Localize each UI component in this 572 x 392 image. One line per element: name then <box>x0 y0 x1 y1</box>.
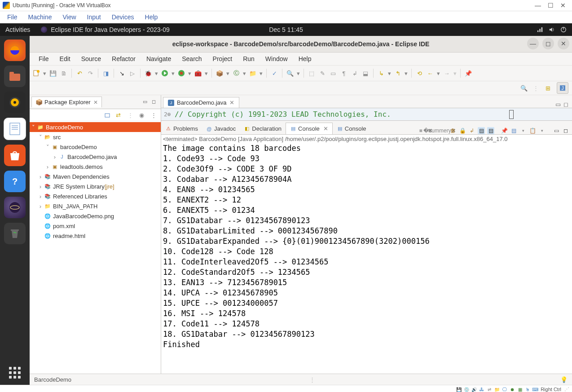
pin-button[interactable]: 📌 <box>464 69 472 77</box>
tree-jre[interactable]: ›📚JRE System Library [jre] <box>30 181 161 191</box>
save-button[interactable]: 💾 <box>49 69 57 77</box>
tree-png[interactable]: 🌐JavaBarcodeDemo.png <box>30 211 161 221</box>
run-button[interactable] <box>161 69 169 77</box>
close-editor-icon[interactable]: ✕ <box>229 99 234 106</box>
tree-bin[interactable]: ›📁BIN_JAVA_PATH <box>30 201 161 211</box>
link-editor-icon[interactable]: ⇄ <box>116 112 122 118</box>
vbox-display-icon[interactable]: 🖵 <box>502 386 508 392</box>
dock-files[interactable] <box>4 66 26 87</box>
menu-help[interactable]: Help <box>293 53 317 64</box>
scroll-lock-button[interactable]: 🔒 <box>459 127 466 134</box>
vbox-menu-view[interactable]: View <box>57 12 81 22</box>
menu-window[interactable]: Window <box>260 53 293 64</box>
bottom-minimize-icon[interactable]: ▭ <box>553 127 560 134</box>
dock-eclipse[interactable] <box>4 197 26 218</box>
close-console-icon[interactable]: ✕ <box>323 125 328 132</box>
editor-content[interactable]: 2⊕ // Copyright (c) 1991-2023 LEAD Techn… <box>161 108 572 120</box>
word-wrap-button[interactable]: ↲ <box>468 127 475 134</box>
focus-task-icon[interactable]: ◉ <box>139 112 145 118</box>
tree-leadtools[interactable]: ›▣leadtools.demos <box>30 162 161 172</box>
display-console-button[interactable]: ▤ <box>510 127 517 134</box>
forward-button[interactable]: → <box>443 69 451 77</box>
last-edit-button[interactable]: ⟲ <box>415 69 423 77</box>
toggle-breadcrumb-button[interactable]: ⬚ <box>308 69 316 77</box>
menu-project[interactable]: Project <box>207 53 238 64</box>
topbar-clock[interactable]: Dec 5 11:45 <box>269 26 303 33</box>
menu-edit[interactable]: Edit <box>54 53 76 64</box>
external-tools-button[interactable]: 🧰 <box>194 69 202 77</box>
tree-package[interactable]: ˅▣barcodeDemo <box>30 142 161 152</box>
show-whitespace-button[interactable]: ¶ <box>340 69 348 77</box>
menu-file[interactable]: File <box>33 53 54 64</box>
vbox-menu-help[interactable]: Help <box>140 12 163 22</box>
eclipse-close-button[interactable]: ✕ <box>558 38 569 49</box>
vbox-hd-icon[interactable]: 💾 <box>456 386 462 392</box>
quick-access-icon[interactable]: 🔍 <box>519 84 528 92</box>
menu-refactor[interactable]: Refactor <box>106 53 141 64</box>
vbox-cpu-icon[interactable]: ▦ <box>517 386 523 392</box>
save-all-button[interactable]: 🗎 <box>60 69 68 77</box>
menu-source[interactable]: Source <box>76 53 106 64</box>
close-tab-icon[interactable]: ✕ <box>93 99 98 106</box>
dock-software[interactable] <box>4 145 26 166</box>
dock-firefox[interactable] <box>4 40 26 61</box>
toggle-block-button[interactable]: ▭ <box>329 69 337 77</box>
vbox-key-icon[interactable]: ⌨ <box>532 386 538 392</box>
toggle-mark-button[interactable]: ✎ <box>318 69 326 77</box>
package-explorer-tab[interactable]: 📦 Package Explorer ✕ <box>31 97 102 107</box>
minimize-pane-icon[interactable]: ▭ <box>143 99 149 105</box>
vbox-shared-icon[interactable]: 📁 <box>494 386 500 392</box>
search-button[interactable]: 🔍 <box>286 69 294 77</box>
dock-rhythmbox[interactable] <box>4 92 26 113</box>
problems-tab[interactable]: ⚠Problems <box>161 123 202 134</box>
tip-icon[interactable]: 💡 <box>560 376 568 383</box>
vbox-minimize-button[interactable]: — <box>532 2 544 9</box>
open-console-button[interactable]: 📋 <box>529 127 536 134</box>
new-package-button[interactable]: 📦 <box>216 69 224 77</box>
tree-project-root[interactable]: ˅📁BarcodeDemo <box>30 122 161 132</box>
javadoc-tab[interactable]: @Javadoc <box>202 123 240 134</box>
remove-all-button[interactable]: �summery✖ <box>436 127 443 134</box>
prev-annotation-button[interactable]: ↰ <box>394 69 402 77</box>
network-icon[interactable] <box>537 26 543 33</box>
volume-icon[interactable] <box>549 26 555 33</box>
view-menu-icon[interactable]: ⋮ <box>151 112 157 118</box>
toggle-word-wrap-button[interactable]: ↲ <box>351 69 359 77</box>
show-selected-button[interactable]: ⬓ <box>361 69 370 77</box>
editor-tab[interactable]: J BarcodeDemo.java ✕ <box>163 97 239 108</box>
tree-pom[interactable]: 🌐pom.xml <box>30 221 161 231</box>
pin-console-button[interactable]: 📌 <box>501 127 508 134</box>
coverage-button[interactable] <box>177 69 185 77</box>
package-tree[interactable]: ˅📁BarcodeDemo ˅📂src ˅▣barcodeDemo ›JBarc… <box>30 121 161 374</box>
show-console-button[interactable]: ▤ <box>478 127 485 134</box>
menu-run[interactable]: Run <box>238 53 260 64</box>
dock-trash[interactable] <box>4 223 26 244</box>
dock-writer[interactable] <box>4 118 26 140</box>
editor-maximize-icon[interactable]: ◻ <box>563 101 568 108</box>
menu-search[interactable]: Search <box>176 53 207 64</box>
tree-referenced[interactable]: ›📚Referenced Libraries <box>30 191 161 201</box>
vbox-menu-devices[interactable]: Devices <box>106 12 140 22</box>
vbox-maximize-button[interactable]: ☐ <box>544 2 557 9</box>
vbox-mouse-icon[interactable]: 🖱 <box>524 386 531 392</box>
next-annotation-button[interactable]: ↳ <box>377 69 385 77</box>
dock-help[interactable]: ? <box>4 171 26 192</box>
activities-button[interactable]: Activities <box>5 26 30 33</box>
console-output[interactable]: The image contains 18 barcodes 1. Code93… <box>161 143 572 374</box>
tree-maven[interactable]: ›📚Maven Dependencies <box>30 172 161 181</box>
eclipse-maximize-button[interactable]: ◻ <box>542 38 554 49</box>
vbox-usb-icon[interactable]: ⇌ <box>486 386 493 392</box>
console-tab[interactable]: ▤Console✕ <box>286 123 333 134</box>
open-perspective-button[interactable]: ⊞ <box>543 84 552 92</box>
back-button[interactable]: ← <box>426 69 434 77</box>
show-console2-button[interactable]: ▤ <box>487 127 494 134</box>
collapse-all-icon[interactable] <box>104 112 110 118</box>
skip-breakpoints-button[interactable]: ↘ <box>118 69 126 77</box>
maximize-pane-icon[interactable]: ◻ <box>152 99 158 105</box>
tree-readme[interactable]: 🌐readme.html <box>30 231 161 241</box>
power-icon[interactable] <box>560 26 567 33</box>
vbox-cd-icon[interactable]: 💿 <box>463 386 470 392</box>
vbox-menu-file[interactable]: File <box>2 12 23 22</box>
topbar-app-name[interactable]: Eclipse IDE for Java Developers - 2023-0… <box>51 26 170 33</box>
tree-src[interactable]: ˅📂src <box>30 132 161 142</box>
